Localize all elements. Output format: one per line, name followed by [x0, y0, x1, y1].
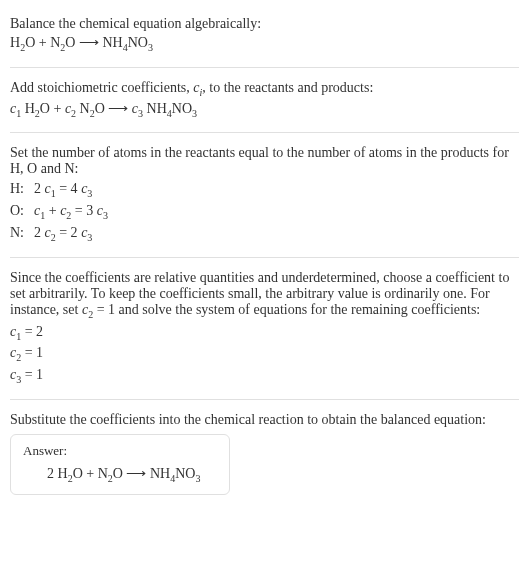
- formula-nh4no3: NH4NO3: [102, 35, 152, 50]
- balanced-equation: 2 H2O + N2O ⟶ NH4NO3: [23, 463, 217, 486]
- instruction-text: Since the coefficients are relative quan…: [10, 270, 519, 320]
- instruction-text: Set the number of atoms in the reactants…: [10, 145, 519, 177]
- coeff-c3: c3 = 1: [10, 365, 519, 387]
- atom-row-h: H:2 c1 = 4 c3: [10, 179, 519, 201]
- section-solve: Since the coefficients are relative quan…: [10, 262, 519, 395]
- instruction-text: Add stoichiometric coefficients, ci, to …: [10, 80, 519, 98]
- formula-n2o: N2O: [50, 35, 75, 50]
- divider: [10, 257, 519, 258]
- coeff-c1: c1 = 2: [10, 322, 519, 344]
- atom-equations: H:2 c1 = 4 c3 O:c1 + c2 = 3 c3 N:2 c2 = …: [10, 179, 519, 244]
- section-answer: Substitute the coefficients into the che…: [10, 404, 519, 503]
- coefficient-solutions: c1 = 2 c2 = 1 c3 = 1: [10, 322, 519, 387]
- arrow-icon: ⟶: [75, 35, 102, 50]
- coefficient-equation: c1 H2O + c2 N2O ⟶ c3 NH4NO3: [10, 98, 519, 121]
- coeff-c2: c2 = 1: [10, 343, 519, 365]
- divider: [10, 399, 519, 400]
- arrow-icon: ⟶: [105, 101, 132, 116]
- section-atom-equations: Set the number of atoms in the reactants…: [10, 137, 519, 252]
- formula-h2o: H2O: [10, 35, 35, 50]
- answer-box: Answer: 2 H2O + N2O ⟶ NH4NO3: [10, 434, 230, 495]
- instruction-text: Balance the chemical equation algebraica…: [10, 16, 519, 32]
- section-coefficients: Add stoichiometric coefficients, ci, to …: [10, 72, 519, 129]
- instruction-text: Substitute the coefficients into the che…: [10, 412, 519, 428]
- atom-row-o: O:c1 + c2 = 3 c3: [10, 201, 519, 223]
- arrow-icon: ⟶: [123, 466, 150, 481]
- atom-row-n: N:2 c2 = 2 c3: [10, 223, 519, 245]
- divider: [10, 132, 519, 133]
- section-problem: Balance the chemical equation algebraica…: [10, 8, 519, 63]
- answer-label: Answer:: [23, 443, 217, 459]
- divider: [10, 67, 519, 68]
- initial-equation: H2O + N2O ⟶ NH4NO3: [10, 32, 519, 55]
